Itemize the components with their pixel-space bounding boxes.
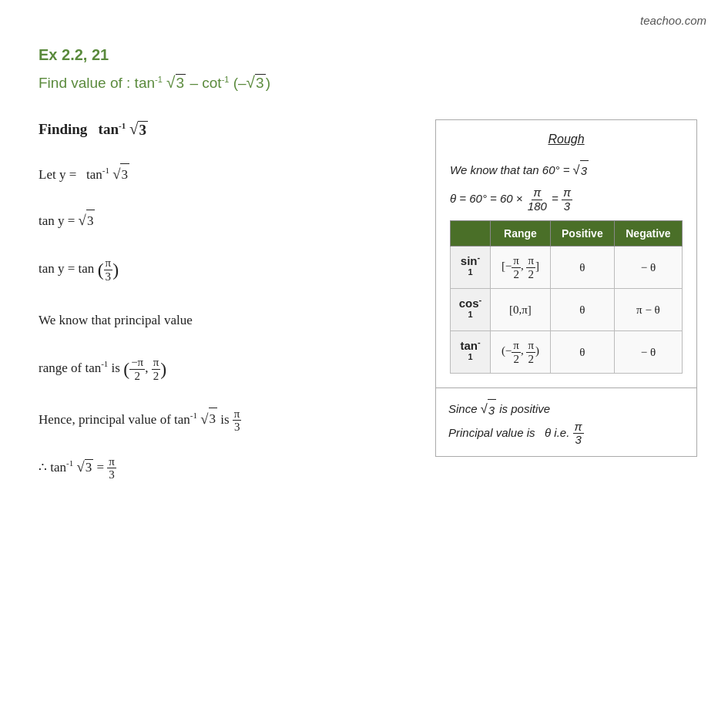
section-heading: Finding tan-1 3 [39, 119, 412, 139]
pos-cos: θ [550, 289, 614, 331]
col-positive: Positive [550, 221, 614, 247]
rough-line2: θ = 60° = 60 × π180 = π3 [450, 186, 683, 213]
since-line1: Since 3 is positive [448, 398, 684, 421]
step-5: range of tan-1 is (−π2, π2) [39, 354, 412, 384]
step-6: Hence, principal value of tan-1 3 is π3 [39, 407, 412, 434]
step-3: tan y = tan (π3) [39, 254, 412, 285]
col-negative: Negative [614, 221, 682, 247]
table-row: sin-1 [−π2, π2] θ − θ [451, 247, 683, 289]
func-tan: tan-1 [451, 331, 491, 374]
since-box: Since 3 is positive Principal value is θ… [435, 388, 697, 457]
neg-cos: π − θ [614, 289, 682, 331]
range-tan: (−π2, π2) [491, 331, 551, 374]
pos-tan: θ [550, 331, 614, 374]
table-row: tan-1 (−π2, π2) θ − θ [451, 331, 683, 374]
func-sin: sin-1 [451, 247, 491, 289]
right-panel: Rough We know that tan 60° = 3 θ = 60° =… [435, 119, 697, 457]
neg-tan: − θ [614, 331, 682, 374]
func-cos: cos-1 [451, 289, 491, 331]
step-1: Let y = tan-1 3 [39, 162, 412, 186]
col-func [451, 221, 491, 247]
neg-sin: − θ [614, 247, 682, 289]
solution-steps: Finding tan-1 3 Let y = tan-1 3 tan y = … [39, 119, 412, 481]
table-row: cos-1 [0,π] θ π − θ [451, 289, 683, 331]
exercise-title: Ex 2.2, 21 [39, 46, 697, 64]
problem-statement: Find value of : tan-1 3 – cot-1 (–3) [39, 73, 697, 92]
rough-box: Rough We know that tan 60° = 3 θ = 60° =… [435, 119, 697, 388]
inverse-trig-table: Range Positive Negative sin-1 [−π2, π2] [450, 220, 683, 374]
step-2: tan y = 3 [39, 208, 412, 233]
pos-sin: θ [550, 247, 614, 289]
step-4: We know that principal value [39, 310, 412, 332]
rough-title: Rough [450, 133, 683, 146]
col-range: Range [491, 221, 551, 247]
range-cos: [0,π] [491, 289, 551, 331]
rough-line1: We know that tan 60° = 3 [450, 159, 683, 180]
range-sin: [−π2, π2] [491, 247, 551, 289]
step-7: ∴ tan-1 3 = π3 [39, 455, 412, 481]
since-line2: Principal value is θ i.e. π3 [448, 421, 684, 447]
watermark: teachoo.com [640, 14, 706, 27]
